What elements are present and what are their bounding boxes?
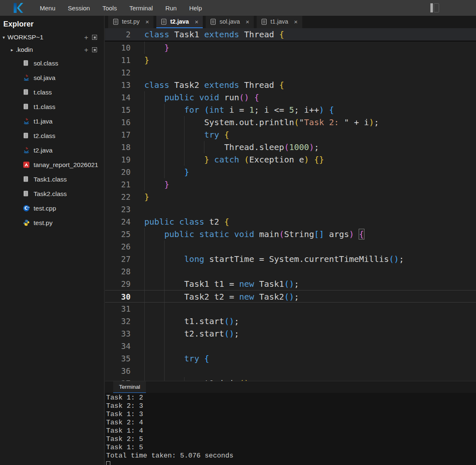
code-line-19[interactable]: 19 } catch (Exception e) {}	[105, 153, 476, 166]
code-line-24[interactable]: 24public class t2 {	[105, 216, 476, 228]
new-file-icon[interactable]: +	[84, 34, 88, 41]
code-line-30[interactable]: 30 Task2 t2 = new Task2();	[105, 290, 476, 303]
code-token: new	[239, 292, 259, 302]
code-editor[interactable]: 2class Task1 extends Thread {10 }11}1213…	[105, 28, 476, 381]
code-line-13[interactable]: 13class Task2 extends Thread {	[105, 79, 476, 91]
code-token: 1	[249, 105, 254, 115]
square-icon[interactable]	[92, 47, 97, 52]
line-number: 36	[105, 365, 131, 377]
sidebar-toggle-icon[interactable]	[430, 3, 440, 12]
menu-item-menu[interactable]: Menu	[40, 5, 56, 12]
tab-close-icon[interactable]: ×	[294, 18, 298, 25]
menu-item-terminal[interactable]: Terminal	[129, 5, 153, 12]
folder-item-workspace-root[interactable]: ▾ WORKSP~1 +	[0, 31, 104, 44]
code-line-34[interactable]: 34	[105, 340, 476, 352]
code-line-15[interactable]: 15 for (int i = 1; i <= 5; i++) {	[105, 104, 476, 116]
file-item-test.cpp[interactable]: C++test.cpp	[0, 201, 104, 216]
file-item-test.py[interactable]: test.py	[0, 216, 104, 230]
file-item-tanay_report_2026021[interactable]: tanay_report_2026021	[0, 157, 104, 172]
menu-item-help[interactable]: Help	[189, 5, 202, 12]
terminal-cursor	[106, 461, 110, 465]
code-token: {	[254, 92, 259, 102]
code-token: )	[304, 155, 309, 165]
code-line-16[interactable]: 16 System.out.println("Task 2: " + i);	[105, 116, 476, 128]
code-line-37[interactable]: 37 t1.join();	[105, 377, 476, 381]
java-file-icon	[23, 147, 30, 154]
line-number: 23	[105, 203, 131, 216]
code-line-36[interactable]: 36	[105, 365, 476, 377]
file-item-Task2.class[interactable]: Task2.class	[0, 186, 104, 201]
code-line-2[interactable]: 2class Task1 extends Thread {	[105, 28, 476, 41]
file-item-t.class[interactable]: t.class	[0, 85, 104, 99]
indent-guide	[144, 153, 145, 166]
tab-close-icon[interactable]: ×	[195, 18, 199, 25]
indent-guide	[164, 166, 165, 178]
code-token: + i	[349, 117, 369, 127]
tab-label: test.py	[122, 18, 140, 25]
code-line-25[interactable]: 25 public static void main(String[] args…	[105, 228, 476, 240]
file-item-t2.class[interactable]: t2.class	[0, 128, 104, 143]
code-token: 1000	[289, 142, 309, 152]
line-number: 34	[105, 340, 131, 352]
code-token: ()	[239, 92, 249, 102]
code-token: String	[284, 229, 314, 239]
code-line-21[interactable]: 21 }	[105, 178, 476, 191]
file-item-t1.java[interactable]: t1.java	[0, 114, 104, 128]
code-line-33[interactable]: 33 t2.start();	[105, 327, 476, 340]
code-line-28[interactable]: 28	[105, 265, 476, 278]
code-line-23[interactable]: 23	[105, 203, 476, 216]
code-line-26[interactable]: 26	[105, 240, 476, 253]
code-line-35[interactable]: 35 try {	[105, 352, 476, 365]
code-text: t1.join();	[131, 377, 476, 381]
code-line-12[interactable]: 12	[105, 66, 476, 79]
code-line-27[interactable]: 27 long startTime = System.currentTimeMi…	[105, 253, 476, 265]
folder-item-kodin[interactable]: ▸ .kodin +	[0, 44, 104, 56]
tab-test.py[interactable]: test.py×	[108, 16, 153, 28]
code-token: t2.start	[144, 329, 224, 339]
code-line-29[interactable]: 29 Task1 t1 = new Task1();	[105, 278, 476, 290]
menu-item-session[interactable]: Session	[68, 5, 90, 12]
code-text: t1.start();	[131, 315, 476, 327]
line-number: 28	[105, 265, 131, 278]
code-line-32[interactable]: 32 t1.start();	[105, 315, 476, 327]
tab-close-icon[interactable]: ×	[146, 18, 149, 25]
square-icon[interactable]	[92, 35, 97, 40]
file-item-t1.class[interactable]: t1.class	[0, 99, 104, 114]
code-line-17[interactable]: 17 try {	[105, 128, 476, 141]
code-line-11[interactable]: 11}	[105, 54, 476, 66]
indent-guide	[164, 303, 165, 315]
terminal-output[interactable]: Task 1: 2Task 2: 3Task 1: 3Task 2: 4Task…	[105, 393, 476, 465]
tab-terminal[interactable]: Terminal	[113, 381, 146, 393]
code-text: }	[131, 166, 476, 178]
new-file-icon[interactable]: +	[84, 46, 88, 53]
code-line-31[interactable]: 31	[105, 303, 476, 315]
file-label: Task1.class	[34, 176, 67, 183]
tab-sol.java[interactable]: sol.java×	[206, 16, 254, 28]
chevron-right-icon[interactable]: ▸	[8, 47, 16, 53]
indent-guide	[184, 116, 185, 128]
code-line-18[interactable]: 18 Thread.sleep(1000);	[105, 141, 476, 153]
code-text: }	[131, 191, 476, 203]
code-token: public	[144, 217, 179, 227]
code-line-10[interactable]: 10 }	[105, 41, 476, 54]
tab-close-icon[interactable]: ×	[246, 18, 250, 25]
file-item-Task1.class[interactable]: Task1.class	[0, 172, 104, 186]
tab-t1.java[interactable]: t1.java×	[257, 16, 302, 28]
code-line-20[interactable]: 20 }	[105, 166, 476, 178]
line-number: 18	[105, 141, 131, 153]
code-line-22[interactable]: 22}	[105, 191, 476, 203]
code-token: main	[259, 229, 279, 239]
menu-item-run[interactable]: Run	[165, 5, 177, 12]
code-line-14[interactable]: 14 public void run() {	[105, 91, 476, 104]
menu-item-tools[interactable]: Tools	[102, 5, 117, 12]
file-item-sol.class[interactable]: sol.class	[0, 56, 104, 70]
tab-t2.java[interactable]: t2.java×	[156, 16, 203, 28]
chevron-down-icon[interactable]: ▾	[0, 35, 7, 40]
terminal-output-line: Task 1: 3	[106, 410, 476, 419]
code-token: )	[309, 142, 314, 152]
file-item-sol.java[interactable]: sol.java	[0, 70, 104, 85]
code-token: {	[279, 80, 284, 90]
code-token: )	[369, 117, 374, 127]
code-token: catch	[214, 155, 244, 165]
file-item-t2.java[interactable]: t2.java	[0, 143, 104, 157]
